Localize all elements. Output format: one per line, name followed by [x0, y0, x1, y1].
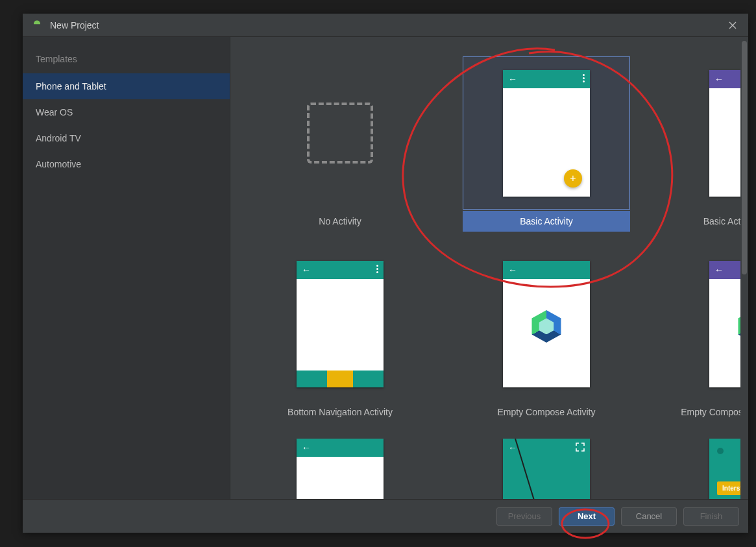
template-empty-compose-m3[interactable]: ← PREVIEW Empty Compose Activity (Materi… [669, 247, 748, 422]
sidebar-item-automotive[interactable]: Automotive [23, 151, 230, 177]
back-arrow-icon: ← [302, 265, 311, 275]
cancel-button[interactable]: Cancel [621, 507, 677, 526]
sidebar-header: Templates [23, 47, 230, 73]
template-label: Bottom Navigation Activity [256, 402, 424, 422]
appbar: ← [297, 439, 384, 457]
template-thumbnail: ← [463, 247, 630, 400]
fullscreen-icon [576, 443, 585, 454]
overflow-menu-icon [376, 265, 378, 273]
sidebar-item-android-tv[interactable]: Android TV [23, 125, 230, 151]
template-basic-activity[interactable]: ← + Basic Activity [463, 56, 630, 232]
template-gallery: No Activity ← + Basic Activity [230, 37, 748, 499]
template-grid: No Activity ← + Basic Activity [230, 37, 740, 499]
compose-logo-icon [530, 310, 563, 343]
vertical-scrollbar[interactable] [740, 37, 748, 499]
sidebar-item-label: Android TV [36, 133, 81, 143]
android-icon [30, 19, 43, 32]
phone-preview: ← [503, 261, 590, 387]
template-thumbnail: ← [256, 247, 424, 400]
previous-button[interactable]: Previous [496, 507, 552, 526]
template-empty-compose[interactable]: ← Empty Compose Activity [463, 247, 630, 422]
template-fullscreen-activity[interactable]: ← [463, 438, 630, 499]
button-label: Previous [508, 511, 541, 521]
template-thumbnail: ← [463, 438, 630, 499]
appbar: ← [503, 70, 590, 88]
phone-preview: ← [297, 261, 384, 387]
template-thumbnail: ← PREVIEW + [669, 56, 748, 210]
template-empty-activity[interactable]: ← [256, 438, 424, 499]
sidebar-item-label: Automotive [36, 159, 81, 169]
template-thumbnail [256, 56, 424, 210]
dialog-body: Templates Phone and Tablet Wear OS Andro… [23, 37, 748, 499]
back-arrow-icon: ← [508, 265, 517, 275]
sidebar-item-wear-os[interactable]: Wear OS [23, 99, 230, 125]
back-arrow-icon: ← [508, 74, 517, 84]
appbar: ← [297, 261, 384, 279]
template-no-activity[interactable]: No Activity [256, 56, 424, 232]
template-thumbnail: ← [256, 438, 424, 499]
phone-preview: ← [297, 439, 384, 499]
appbar: ← [503, 261, 590, 279]
template-thumbnail: Interstitial Ad [669, 438, 748, 499]
template-label: Basic Activity [463, 211, 630, 232]
button-label: Next [578, 511, 596, 521]
scroll-thumb[interactable] [742, 41, 747, 274]
template-label: Empty Compose Activity [463, 402, 630, 422]
button-label: Cancel [636, 511, 662, 521]
template-bottom-navigation[interactable]: ← Bottom Navigation Activity [256, 247, 424, 422]
close-button[interactable] [725, 18, 740, 33]
template-label: Empty Compose Activity (Material3) [669, 402, 748, 422]
template-thumbnail: ← PREVIEW [669, 247, 748, 400]
button-label: Finish [700, 511, 723, 521]
phone-preview: ← [503, 439, 590, 499]
sidebar-item-label: Phone and Tablet [36, 81, 106, 91]
sidebar-item-phone-tablet[interactable]: Phone and Tablet [23, 73, 230, 99]
titlebar: New Project [23, 14, 748, 37]
back-arrow-icon: ← [714, 74, 724, 84]
sidebar: Templates Phone and Tablet Wear OS Andro… [23, 37, 230, 499]
template-label: No Activity [256, 211, 424, 232]
template-interstitial-ad[interactable]: Interstitial Ad [669, 438, 748, 499]
dialog-footer: Previous Next Cancel Finish [23, 499, 748, 533]
overflow-menu-icon [583, 74, 585, 82]
finish-button[interactable]: Finish [683, 507, 739, 526]
status-dot-icon [717, 448, 724, 454]
template-label: Basic Activity (Material3) [669, 211, 748, 232]
dashed-placeholder-icon [307, 103, 373, 164]
template-basic-activity-m3[interactable]: ← PREVIEW + Basic Activity (Material3) [669, 56, 748, 232]
nav-highlight [327, 371, 353, 387]
phone-preview: ← + [503, 70, 590, 197]
template-thumbnail: ← + [463, 56, 630, 210]
sidebar-item-label: Wear OS [36, 107, 73, 117]
next-button[interactable]: Next [559, 507, 615, 526]
back-arrow-icon: ← [302, 443, 311, 453]
fab-icon: + [564, 169, 582, 188]
new-project-dialog: New Project Templates Phone and Tablet W… [23, 14, 748, 533]
bottom-nav-bar [297, 371, 384, 387]
window-title: New Project [50, 20, 725, 30]
back-arrow-icon: ← [714, 265, 724, 275]
